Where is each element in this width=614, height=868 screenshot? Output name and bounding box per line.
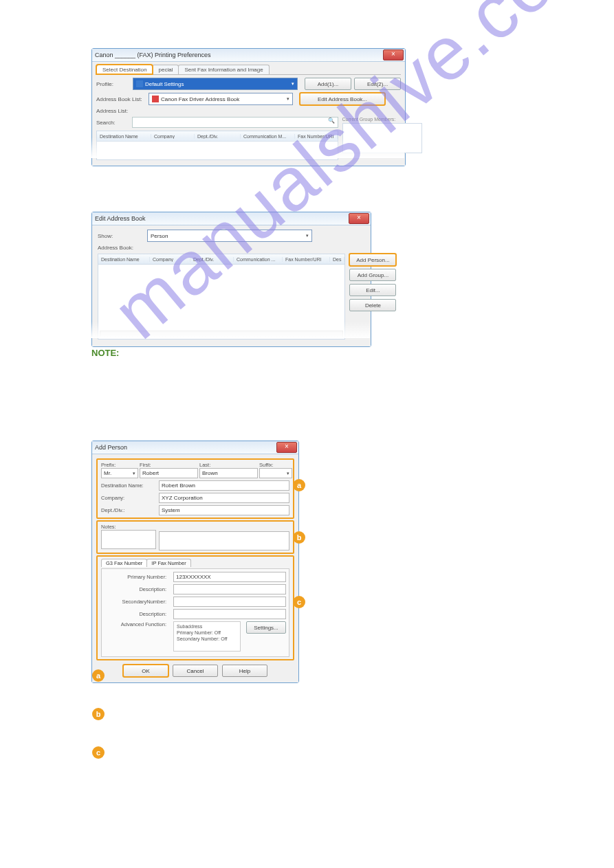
titlebar: Add Person bbox=[92, 441, 298, 454]
table-header: Destination Name Company Dept./Div. Comm… bbox=[98, 254, 345, 265]
window-title: Canon ______ (FAX) Printing Preferences bbox=[95, 52, 211, 58]
prefix-label: Prefix: bbox=[101, 462, 138, 468]
col-fax-number[interactable]: Fax Number/URI bbox=[283, 257, 330, 262]
cancel-button[interactable]: Cancel bbox=[173, 665, 218, 677]
tab-g3-fax[interactable]: G3 Fax Number bbox=[101, 559, 147, 567]
description1-input[interactable] bbox=[173, 584, 286, 594]
advanced-function-label: Advanced Function: bbox=[105, 621, 171, 627]
tabs: Select Destination pecial Sent Fax Infor… bbox=[96, 65, 401, 75]
close-icon[interactable] bbox=[383, 49, 404, 60]
settings-button[interactable]: Settings... bbox=[246, 621, 286, 634]
section-c: G3 Fax Number IP Fax Number Primary Numb… bbox=[96, 555, 294, 660]
help-button[interactable]: Help bbox=[222, 665, 267, 677]
badge-b: b bbox=[293, 531, 305, 544]
secondary-number-label: SecondaryNumber: bbox=[105, 599, 171, 605]
notes-area-right[interactable] bbox=[159, 531, 289, 550]
first-label: First: bbox=[140, 462, 198, 468]
profile-label: Profile: bbox=[96, 81, 130, 87]
titlebar: Canon ______ (FAX) Printing Preferences bbox=[92, 49, 405, 62]
destination-name-input[interactable]: Robert Brown bbox=[159, 480, 289, 491]
add-person-window: Add Person Prefix: Mr. First: Robert Las… bbox=[91, 441, 299, 683]
edit-button[interactable]: Edit(2)... bbox=[354, 78, 401, 90]
titlebar: Edit Address Book bbox=[92, 212, 371, 225]
destination-name-label: Destination Name: bbox=[101, 482, 156, 489]
show-dropdown[interactable]: Person bbox=[147, 230, 312, 242]
ok-button[interactable]: OK bbox=[123, 665, 168, 677]
badge-c: c bbox=[293, 596, 305, 608]
profile-icon bbox=[136, 80, 143, 87]
first-input[interactable]: Robert bbox=[140, 468, 198, 478]
badge-a: a bbox=[293, 479, 305, 491]
address-book-label: Address Book: bbox=[98, 245, 144, 251]
delete-button[interactable]: Delete bbox=[349, 299, 396, 311]
notes-area-left[interactable] bbox=[101, 530, 156, 549]
col-dept[interactable]: Dept./Div. bbox=[190, 257, 234, 262]
legend-c: c bbox=[92, 746, 105, 759]
edit-address-book-button[interactable]: Edit Address Book... bbox=[300, 93, 385, 105]
last-label: Last: bbox=[199, 462, 258, 468]
tab-select-destination[interactable]: Select Destination bbox=[96, 65, 153, 74]
prefix-select[interactable]: Mr. bbox=[101, 468, 138, 478]
section-a: Prefix: Mr. First: Robert Last: Brown Su… bbox=[96, 458, 294, 519]
edit-button[interactable]: Edit... bbox=[349, 284, 396, 296]
profile-value: Default Settings bbox=[145, 81, 184, 87]
col-description[interactable]: Des bbox=[330, 257, 344, 262]
address-list-label: Address List: bbox=[96, 108, 146, 114]
badge-c-icon: c bbox=[92, 746, 105, 759]
tab-special[interactable]: pecial bbox=[152, 65, 179, 74]
legend-a: a bbox=[92, 669, 105, 682]
tab-sent-fax-info[interactable]: Sent Fax Information and Image bbox=[178, 65, 269, 74]
note-heading: NOTE: bbox=[91, 348, 119, 358]
badge-a-icon: a bbox=[92, 669, 105, 682]
current-group-members-label: Current Group Members: bbox=[342, 117, 421, 122]
badge-b-icon: b bbox=[92, 708, 105, 720]
col-destination-name[interactable]: Destination Name bbox=[98, 257, 150, 262]
window-title: Edit Address Book bbox=[95, 215, 146, 222]
suffix-select[interactable] bbox=[259, 468, 292, 478]
book-icon bbox=[152, 96, 159, 102]
add-person-button[interactable]: Add Person... bbox=[349, 254, 396, 266]
add-button[interactable]: Add(1)... bbox=[305, 78, 351, 90]
section-b: Notes: bbox=[96, 520, 294, 554]
col-company[interactable]: Company bbox=[150, 257, 190, 262]
advanced-function-area: Subaddress Primary Number: Off Secondary… bbox=[173, 621, 241, 652]
address-book-list-label: Address Book List: bbox=[96, 96, 146, 102]
col-communication[interactable]: Communication ... bbox=[234, 257, 283, 262]
description1-label: Description: bbox=[105, 586, 171, 592]
close-icon[interactable] bbox=[276, 442, 297, 453]
window-title: Add Person bbox=[95, 444, 127, 451]
secondary-number-input[interactable] bbox=[173, 597, 286, 607]
tab-ip-fax[interactable]: IP Fax Number bbox=[146, 559, 190, 567]
last-input[interactable]: Brown bbox=[199, 468, 258, 478]
show-value: Person bbox=[151, 233, 168, 239]
address-book-list-dropdown[interactable]: Canon Fax Driver Address Book bbox=[149, 93, 293, 105]
search-input[interactable] bbox=[132, 117, 338, 128]
company-label: Company: bbox=[101, 495, 156, 501]
search-label: Search: bbox=[96, 120, 129, 126]
dept-label: Dept./Div.: bbox=[101, 507, 156, 513]
close-icon[interactable] bbox=[349, 213, 369, 224]
profile-dropdown[interactable]: Default Settings bbox=[133, 78, 298, 90]
address-book-list-value: Canon Fax Driver Address Book bbox=[161, 96, 239, 102]
primary-number-label: Primary Number: bbox=[105, 574, 171, 580]
legend-b: b bbox=[92, 708, 105, 720]
dept-input[interactable]: System bbox=[159, 505, 289, 515]
suffix-label: Suffix: bbox=[259, 462, 289, 468]
add-group-button[interactable]: Add Group... bbox=[349, 269, 396, 281]
notes-label: Notes: bbox=[101, 524, 156, 530]
company-input[interactable]: XYZ Corporation bbox=[159, 493, 289, 503]
description2-input[interactable] bbox=[173, 609, 286, 619]
show-label: Show: bbox=[98, 233, 144, 239]
description2-label: Description: bbox=[105, 611, 171, 617]
primary-number-input[interactable]: 123XXXXXXX bbox=[173, 572, 286, 582]
